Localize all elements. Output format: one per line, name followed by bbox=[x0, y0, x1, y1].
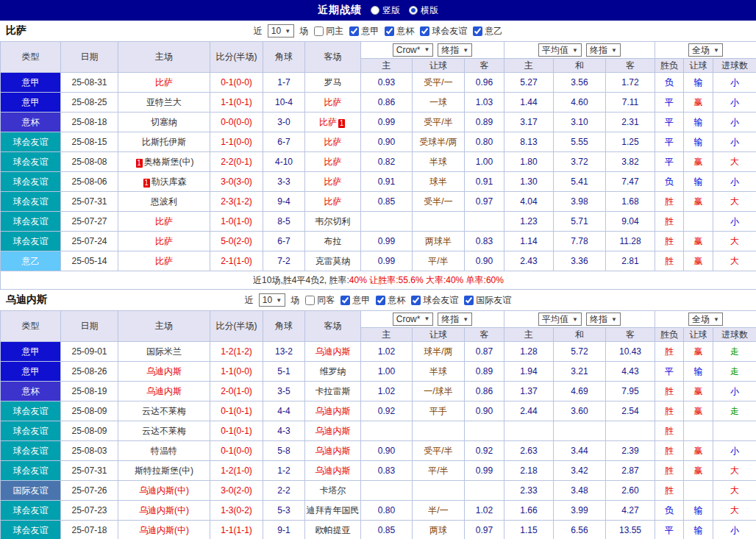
home-team: 乌迪内斯 bbox=[146, 366, 182, 376]
home-team-cell: 乌迪内斯 bbox=[118, 382, 210, 401]
match-row: 球会友谊25-07-24比萨5-0(2-0)6-7布拉0.99两球半0.831.… bbox=[1, 232, 756, 251]
league-checkbox[interactable] bbox=[349, 26, 359, 36]
handicap-odds-away: 1.00 bbox=[465, 152, 504, 172]
away-team-cell: 克雷莫纳 bbox=[305, 251, 361, 271]
league-checkbox[interactable] bbox=[420, 26, 429, 36]
odds-time-select[interactable]: 终指▼ bbox=[586, 313, 621, 326]
away-team: 乌迪内斯 bbox=[315, 346, 351, 357]
summary-segment: 让胜率:55.6% bbox=[367, 275, 424, 285]
score: 3-0(3-0) bbox=[210, 172, 263, 192]
chevron-down-icon: ▼ bbox=[285, 28, 290, 35]
league-checkbox[interactable] bbox=[376, 296, 385, 305]
home-team-cell: 1奥格斯堡(中) bbox=[118, 152, 210, 172]
league-checkbox[interactable] bbox=[411, 296, 421, 305]
handicap-line: 球半/两 bbox=[413, 342, 465, 362]
league-filter[interactable]: 意甲 bbox=[346, 25, 379, 38]
avg-away-odds: 2.31 bbox=[606, 113, 655, 132]
result-winloss: 胜 bbox=[655, 192, 684, 212]
same-venue-filter[interactable]: 同客 bbox=[302, 294, 335, 307]
odds-time-select[interactable]: 终指▼ bbox=[438, 313, 472, 326]
select-value: 全场 bbox=[692, 313, 710, 326]
away-team: 欧帕提亚 bbox=[315, 525, 351, 535]
handicap-odds-away: 0.83 bbox=[465, 232, 504, 251]
league-checkbox[interactable] bbox=[473, 26, 482, 36]
match-date: 25-08-06 bbox=[61, 172, 118, 192]
league-filter[interactable]: 球会友谊 bbox=[408, 294, 458, 307]
league-type-badge: 球会友谊 bbox=[1, 421, 61, 441]
avg-draw-odds: 5.72 bbox=[554, 342, 606, 362]
avg-draw-odds: 3.56 bbox=[554, 73, 606, 93]
avg-away-odds: 2.81 bbox=[606, 251, 655, 271]
select-value: 终指 bbox=[441, 44, 459, 57]
handicap-odds-home bbox=[361, 212, 413, 232]
same-venue-checkbox[interactable] bbox=[314, 26, 324, 36]
summary-row: 近10场,胜4平4负2, 胜率:40% 让胜率:55.6% 大率:40% 单率:… bbox=[1, 271, 756, 290]
match-date: 25-08-09 bbox=[61, 421, 118, 441]
same-venue-filter[interactable]: 同主 bbox=[311, 25, 343, 38]
away-team-cell: 罗马 bbox=[305, 73, 361, 93]
league-type-badge: 球会友谊 bbox=[1, 132, 61, 152]
league-type-badge: 意甲 bbox=[1, 93, 61, 113]
average-select[interactable]: 平均值▼ bbox=[538, 313, 582, 326]
column-subheader: 主 bbox=[361, 328, 413, 342]
handicap-line: 受球半/两 bbox=[413, 132, 465, 152]
column-subheader: 和 bbox=[554, 59, 606, 73]
match-count-select[interactable]: 10▼ bbox=[259, 293, 285, 307]
team-name: 乌迪内斯 bbox=[6, 293, 47, 307]
league-filter[interactable]: 国际友谊 bbox=[461, 294, 511, 307]
result-winloss: 胜 bbox=[655, 461, 684, 481]
column-subheader: 客 bbox=[606, 328, 655, 342]
home-team: 乌迪内斯(中) bbox=[139, 505, 189, 515]
result-goals: 大 bbox=[713, 251, 756, 271]
league-filter[interactable]: 意杯 bbox=[382, 25, 414, 38]
avg-home-odds: 1.94 bbox=[504, 362, 554, 382]
handicap-line: 受平/半 bbox=[413, 113, 465, 132]
away-team-cell: 比萨 bbox=[305, 152, 361, 172]
match-row: 意甲25-08-31比萨0-1(0-0)1-7罗马0.93受平/一0.965.2… bbox=[1, 73, 756, 93]
average-select[interactable]: 平均值▼ bbox=[538, 43, 582, 57]
home-team: 比萨 bbox=[155, 77, 173, 88]
handicap-odds-away: 0.87 bbox=[465, 342, 504, 362]
score: 1-1(0-0) bbox=[210, 132, 263, 152]
league-filter[interactable]: 意甲 bbox=[338, 294, 370, 307]
avg-home-odds: 2.43 bbox=[504, 251, 554, 271]
chevron-down-icon: ▼ bbox=[611, 316, 617, 323]
result-goals: 小 bbox=[713, 521, 756, 539]
away-team-cell: 维罗纳 bbox=[305, 362, 361, 382]
league-filter[interactable]: 意乙 bbox=[470, 25, 502, 38]
result-winloss: 胜 bbox=[655, 382, 684, 401]
corner-count: 6-7 bbox=[263, 132, 305, 152]
result-goals: 大 bbox=[713, 501, 756, 521]
select-value: 平均值 bbox=[542, 44, 568, 57]
match-date: 25-08-31 bbox=[61, 73, 118, 93]
avg-away-odds: 1.25 bbox=[606, 132, 655, 152]
scope-select[interactable]: 全场▼ bbox=[688, 313, 723, 326]
bookmaker-select[interactable]: Crow*▼ bbox=[393, 43, 434, 57]
radio-selected-icon bbox=[409, 6, 418, 15]
layout-radio-vertical[interactable]: 竖版 bbox=[371, 4, 400, 17]
away-team: 乌迪内斯 bbox=[315, 406, 351, 416]
league-checkbox[interactable] bbox=[340, 296, 350, 305]
league-checkbox[interactable] bbox=[385, 26, 394, 36]
league-checkbox[interactable] bbox=[464, 296, 474, 305]
scope-select[interactable]: 全场▼ bbox=[688, 43, 723, 57]
league-filter[interactable]: 意杯 bbox=[373, 294, 405, 307]
league-filter[interactable]: 球会友谊 bbox=[417, 25, 467, 38]
select-value: 平均值 bbox=[542, 313, 568, 326]
bookmaker-select[interactable]: Crow*▼ bbox=[393, 313, 434, 326]
result-goals: 小 bbox=[713, 382, 756, 401]
away-team: 克雷莫纳 bbox=[315, 256, 351, 266]
chevron-down-icon: ▼ bbox=[611, 47, 617, 54]
odds-time-select[interactable]: 终指▼ bbox=[586, 43, 621, 57]
odds-time-select[interactable]: 终指▼ bbox=[438, 43, 472, 57]
home-team-cell: 比萨 bbox=[118, 232, 210, 251]
match-row: 意甲25-08-25亚特兰大1-1(0-1)10-4比萨0.86一球1.031.… bbox=[1, 93, 756, 113]
same-venue-checkbox[interactable] bbox=[305, 296, 315, 305]
home-team: 云达不莱梅 bbox=[142, 426, 186, 436]
checkbox-label: 意甲 bbox=[361, 25, 379, 38]
handicap-odds-away: 0.97 bbox=[465, 521, 504, 539]
result-winloss: 胜 bbox=[655, 401, 684, 421]
layout-radio-horizontal[interactable]: 横版 bbox=[409, 4, 438, 17]
match-count-select[interactable]: 10▼ bbox=[268, 24, 294, 38]
match-row: 球会友谊25-08-15比斯托伊斯1-1(0-0)6-7比萨0.90受球半/两0… bbox=[1, 132, 756, 152]
